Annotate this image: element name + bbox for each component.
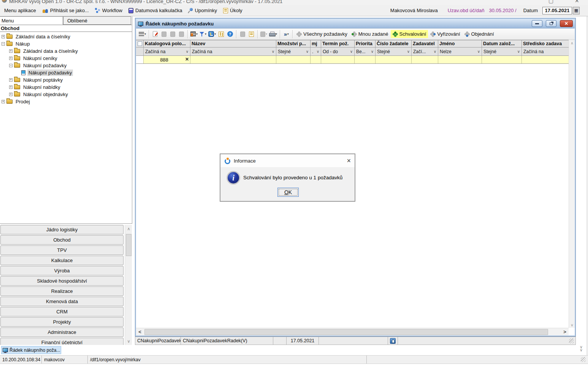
- row-cell-mj[interactable]: [311, 56, 321, 63]
- column-header-mj[interactable]: mj: [311, 40, 321, 47]
- quick-filter-mnou-zadane[interactable]: Mnou zadané: [350, 30, 390, 38]
- tree-item-nakupni-objednavky[interactable]: +Nákupní objednávky: [0, 91, 132, 98]
- filter-button[interactable]: ▾: [199, 30, 207, 39]
- refresh-button[interactable]: ▾: [208, 30, 217, 39]
- row-cell-priorita[interactable]: [355, 56, 376, 63]
- scroll-up-icon[interactable]: ∧: [569, 40, 575, 46]
- filter-dropdown-priorita[interactable]: Be...∨: [355, 47, 376, 55]
- row-cell-stredisko[interactable]: [522, 56, 569, 63]
- column-header-zadavatel[interactable]: Zadavatel: [412, 40, 438, 47]
- filter-dropdown-nazev[interactable]: Začíná na∨: [190, 47, 276, 55]
- scrollbar-thumb[interactable]: [144, 329, 548, 335]
- column-header-mnozstvi[interactable]: Množství p...: [276, 40, 311, 47]
- minimize-button[interactable]: [532, 20, 542, 27]
- collapse-minus-icon[interactable]: −: [9, 64, 13, 67]
- expand-plus-icon[interactable]: +: [2, 100, 5, 103]
- module-scrollbar[interactable]: ∧ ∨: [125, 225, 132, 345]
- expand-plus-icon[interactable]: +: [9, 57, 13, 60]
- menu-item-workflow[interactable]: Workflow: [92, 6, 125, 14]
- module-button-crm[interactable]: CRM: [0, 307, 124, 316]
- expand-plus-icon[interactable]: +: [9, 78, 13, 82]
- row-cell-mnozstvi[interactable]: [276, 56, 311, 63]
- expand-plus-icon[interactable]: +: [2, 35, 5, 38]
- column-header-katalogova-polozka[interactable]: Katalogová polo...: [144, 40, 190, 47]
- tab-menu[interactable]: Menu: [0, 16, 63, 25]
- tree-item-nakupni-pozadavky[interactable]: Nákupní požadavky: [0, 69, 132, 76]
- maximize-icon[interactable]: ▢: [548, 0, 553, 4]
- tab-oblibene[interactable]: Oblíbené: [63, 16, 131, 25]
- module-button-kmenova-data[interactable]: Kmenová data: [0, 297, 124, 306]
- close-button[interactable]: ✕: [560, 20, 573, 27]
- tree-item-zakladni-data-2[interactable]: +Základní data a číselníky: [0, 47, 132, 55]
- scroll-left-icon[interactable]: <: [136, 328, 144, 336]
- menu-item-menu-aplikace[interactable]: Menu aplikace: [2, 6, 39, 14]
- scroll-down-icon[interactable]: ∨: [125, 338, 132, 344]
- scroll-down-icon[interactable]: ∨: [569, 322, 575, 328]
- tree-item-nakup[interactable]: −Nákup: [0, 40, 132, 47]
- row-cell-nazev[interactable]: [190, 56, 276, 63]
- filter-dropdown-mj[interactable]: .∨: [311, 47, 321, 55]
- dialog-titlebar[interactable]: Informace ×: [220, 154, 355, 167]
- tree-item-nakupni-poptavky[interactable]: +Nákupní poptávky: [0, 76, 132, 84]
- status-lock-cell[interactable]: [388, 337, 398, 345]
- filter-dropdown-cislo-zadatele[interactable]: Stejné∨: [376, 47, 412, 55]
- module-button-administrace[interactable]: Administrace: [0, 327, 124, 337]
- more-windows-chevron-icon[interactable]: ∨∨: [578, 345, 584, 351]
- calendar-icon[interactable]: ▦: [573, 7, 580, 14]
- help-button[interactable]: ?: [226, 30, 234, 39]
- row-cell-datum[interactable]: [482, 56, 522, 63]
- column-header-nazev[interactable]: Název: [190, 40, 276, 47]
- actions-button[interactable]: »▾: [282, 30, 290, 39]
- row-cell-jmeno[interactable]: [438, 56, 482, 63]
- view-menu-button[interactable]: ▾: [138, 30, 147, 39]
- scroll-right-icon[interactable]: >: [561, 328, 569, 336]
- module-button-kalkulace[interactable]: Kalkulace: [0, 256, 124, 265]
- checkbox-icon[interactable]: [138, 41, 142, 46]
- row-cell-termin[interactable]: [321, 56, 355, 63]
- row-cell-katalogova[interactable]: 888✕: [144, 56, 190, 63]
- parameters-button[interactable]: [217, 30, 225, 39]
- column-header-priorita[interactable]: Priorita: [355, 40, 376, 47]
- filter-dropdown-stredisko[interactable]: Začíná na: [522, 47, 569, 55]
- filter-dropdown-termin[interactable]: Od - do∨: [321, 47, 355, 55]
- collapse-minus-icon[interactable]: −: [2, 42, 5, 46]
- tree-item-zakladni-data[interactable]: +Základní data a číselníky: [0, 33, 132, 40]
- quick-filter-vsechny-pozadavky[interactable]: Všechny požadavky: [295, 30, 349, 38]
- menu-item-ukoly[interactable]: Úkoly: [220, 6, 245, 14]
- taskbar-item-radek-nakupniho-pozadavku[interactable]: Řádek nákupního poža...: [1, 346, 61, 354]
- expand-plus-icon[interactable]: +: [9, 93, 13, 96]
- scroll-up-icon[interactable]: ∧: [125, 226, 132, 232]
- expand-plus-icon[interactable]: +: [9, 49, 13, 53]
- row-select-cell[interactable]: [136, 56, 144, 63]
- window-titlebar[interactable]: Řádek nákupního požadavku ✕: [136, 19, 575, 28]
- ok-button[interactable]: OK: [277, 188, 299, 197]
- row-cell-cislo-zadatele[interactable]: [376, 56, 412, 63]
- horizontal-scrollbar[interactable]: < >: [136, 328, 569, 335]
- dialog-close-icon[interactable]: ×: [347, 158, 351, 164]
- tree-item-prodej[interactable]: +Prodej: [0, 98, 132, 105]
- module-button-tpv[interactable]: TPV: [0, 245, 124, 255]
- column-header-stredisko[interactable]: Středisko zadava: [522, 40, 569, 47]
- clear-filter-icon[interactable]: ✕: [185, 57, 189, 62]
- resize-grip-icon[interactable]: [581, 357, 586, 362]
- menu-item-upominky[interactable]: Upomínky: [185, 6, 220, 14]
- filter-dropdown-zadavatel[interactable]: Začí...∨: [412, 47, 438, 55]
- table-row[interactable]: 888✕: [136, 56, 569, 64]
- menu-item-prihlasit-se-jako[interactable]: Přihlásit se jako...: [40, 6, 92, 14]
- filter-dropdown-katalogova[interactable]: Začíná na∨: [144, 47, 190, 55]
- module-button-jadro-logistiky[interactable]: Jádro logistiky: [0, 225, 124, 234]
- scrollbar-thumb[interactable]: [126, 234, 132, 256]
- restore-button[interactable]: [546, 20, 556, 27]
- resize-grip-icon[interactable]: [569, 338, 574, 343]
- quick-filter-vyrizovani[interactable]: Vyřizování: [428, 30, 462, 38]
- tree-item-nakupni-ceniky[interactable]: +Nákupní ceníky: [0, 55, 132, 62]
- filter-dropdown-mnozstvi[interactable]: Stejné∨: [276, 47, 311, 55]
- date-input[interactable]: 17.05.2021: [542, 7, 572, 14]
- filter-dropdown-datum[interactable]: Stejné∨: [482, 47, 522, 55]
- module-button-realizace[interactable]: Realizace: [0, 286, 124, 296]
- module-button-financni-ucetnictvi[interactable]: Finanční účetnictví: [0, 338, 124, 345]
- quick-filter-objednani[interactable]: Objednání: [463, 30, 496, 38]
- column-header-jmeno[interactable]: Jméno: [438, 40, 482, 47]
- module-button-skladove-hospodarstvi[interactable]: Skladové hospodářství: [0, 276, 124, 286]
- tree-item-nakupni-nabidky[interactable]: +Nákupní nabídky: [0, 84, 132, 91]
